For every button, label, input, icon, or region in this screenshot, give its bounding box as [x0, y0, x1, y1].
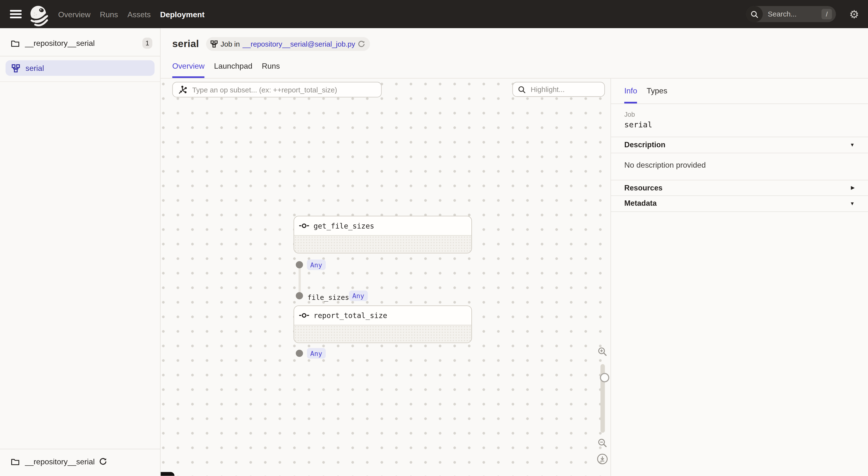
job-summary: Job serial [611, 104, 868, 137]
refresh-icon[interactable] [99, 458, 107, 466]
repository-header[interactable]: __repository__serial 1 [0, 28, 160, 56]
job-count-badge: 1 [142, 38, 152, 49]
folder-icon [11, 39, 20, 47]
info-panel: Info Types Job serial Description ▼ No d… [610, 79, 868, 476]
nav-item-assets[interactable]: Assets [127, 10, 151, 19]
zoom-slider-thumb[interactable] [600, 373, 609, 382]
zoom-in-icon[interactable] [598, 347, 607, 356]
job-graph-icon [12, 64, 20, 72]
input-port[interactable] [296, 292, 303, 299]
job-list: serial [0, 57, 160, 82]
page-title: serial [172, 38, 199, 49]
output-port[interactable] [296, 261, 303, 268]
output-port[interactable] [296, 349, 303, 356]
tab-info[interactable]: Info [624, 87, 637, 104]
footer-repository-name: __repository__serial [25, 457, 95, 466]
nav-links: Overview Runs Assets Deployment [58, 10, 205, 19]
nav-item-overview[interactable]: Overview [58, 10, 90, 19]
description-body: No description provided [611, 153, 868, 180]
search-input[interactable] [767, 9, 814, 19]
nav-item-deployment[interactable]: Deployment [160, 10, 205, 19]
tab-runs[interactable]: Runs [262, 61, 280, 78]
magnifier-icon [518, 86, 526, 93]
highlight-field [513, 82, 605, 97]
folder-icon [11, 458, 20, 465]
output-type-badge[interactable]: Any [307, 348, 326, 359]
repository-name: __repository__serial [25, 39, 95, 47]
op-node-get-file-sizes[interactable]: get_file_sizes [293, 216, 472, 253]
section-description[interactable]: Description ▼ [611, 137, 868, 153]
op-icon [299, 313, 309, 318]
hamburger-icon[interactable] [10, 10, 22, 18]
sidebar-footer: __repository__serial [0, 449, 160, 476]
refresh-icon[interactable] [358, 40, 365, 47]
left-sidebar: __repository__serial 1 serial __re [0, 28, 160, 476]
global-search[interactable]: / [746, 6, 836, 22]
job-tag-prefix: Job in [220, 39, 240, 48]
op-name: report_total_size [314, 311, 387, 319]
nav-item-runs[interactable]: Runs [100, 10, 118, 19]
output-type-badge[interactable]: Any [307, 260, 326, 270]
op-subset-field [172, 82, 381, 98]
op-subset-input[interactable] [191, 85, 377, 94]
top-navigation-bar: Overview Runs Assets Deployment / ⚙ [0, 0, 868, 28]
app-window: Overview Runs Assets Deployment / ⚙ __re… [0, 0, 868, 476]
zoom-out-icon[interactable] [598, 438, 607, 448]
op-node-body [294, 236, 471, 253]
toast-corner [160, 472, 175, 476]
tab-launchpad[interactable]: Launchpad [214, 61, 252, 78]
op-node-body [294, 325, 471, 343]
section-label: Metadata [624, 199, 656, 208]
panel-tabs: Info Types [611, 79, 868, 104]
op-node-report-total-size[interactable]: report_total_size [293, 305, 472, 343]
input-type-badge[interactable]: Any [349, 291, 368, 301]
caret-down-icon: ▼ [850, 142, 855, 148]
job-graph-icon [211, 40, 218, 47]
section-metadata[interactable]: Metadata ▼ [611, 196, 868, 211]
job-value: serial [624, 120, 855, 129]
search-icon [746, 6, 763, 22]
op-icon [299, 223, 309, 229]
gear-icon[interactable]: ⚙ [849, 8, 859, 20]
sidebar-item-serial[interactable]: serial [6, 60, 155, 76]
dagster-logo[interactable] [28, 4, 50, 28]
caret-down-icon: ▼ [850, 201, 855, 206]
job-header: serial Job in __repository__serial@seria… [160, 28, 868, 78]
sidebar-item-label: serial [26, 64, 44, 72]
tab-types[interactable]: Types [647, 87, 667, 104]
job-origin-tag: Job in __repository__serial@serial_job.p… [206, 37, 370, 51]
main-content: serial Job in __repository__serial@seria… [160, 28, 868, 476]
tab-overview[interactable]: Overview [172, 61, 205, 78]
job-tabs: Overview Launchpad Runs [172, 61, 857, 78]
op-selector-icon [178, 85, 187, 94]
input-port-label: file_sizes [307, 293, 349, 302]
job-key-label: Job [624, 111, 855, 118]
section-label: Description [624, 141, 665, 149]
highlight-input[interactable] [529, 85, 600, 94]
op-graph-canvas[interactable]: get_file_sizes Any file_sizes Any [160, 79, 610, 476]
op-name: get_file_sizes [314, 222, 374, 230]
slash-shortcut: / [822, 9, 832, 19]
job-file-link[interactable]: __repository__serial@serial_job.py [243, 39, 355, 48]
download-icon[interactable] [596, 453, 608, 465]
caret-right-icon: ▶ [851, 185, 855, 191]
section-label: Resources [624, 184, 662, 192]
op-edge [299, 265, 301, 296]
section-resources[interactable]: Resources ▶ [611, 180, 868, 196]
